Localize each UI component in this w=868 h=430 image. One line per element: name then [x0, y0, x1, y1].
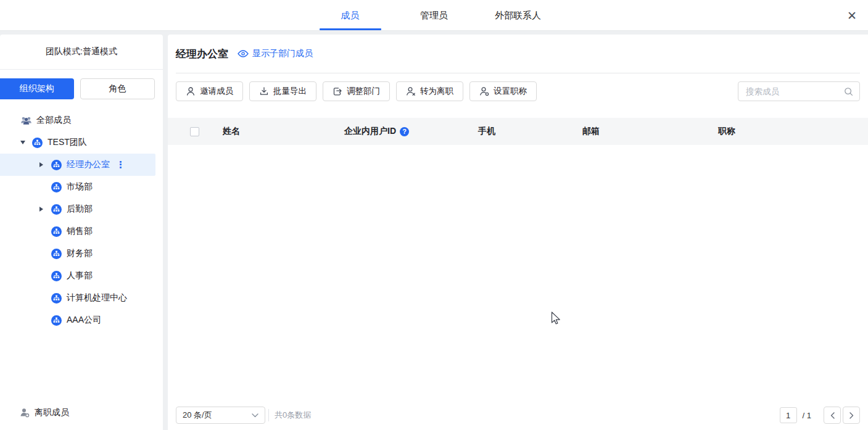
- resigned-members-label: 离职成员: [35, 407, 69, 418]
- show-subdept-link[interactable]: 显示子部门成员: [238, 48, 313, 59]
- button-label: 转为离职: [420, 86, 453, 97]
- tree-item-team-root[interactable]: TEST团队: [0, 131, 163, 154]
- tree-item-dept-4[interactable]: 财务部: [0, 242, 163, 265]
- tree-item-dept-1[interactable]: 市场部: [0, 176, 163, 198]
- person-add-icon: [186, 86, 196, 96]
- department-icon: [51, 293, 62, 304]
- resigned-person-icon: [20, 408, 30, 418]
- chevron-left-icon: [830, 412, 835, 419]
- team-mode-label: 团队模式:普通模式: [0, 35, 163, 70]
- tree-item-label: 销售部: [67, 226, 93, 237]
- invite-member-button[interactable]: 邀请成员: [176, 81, 243, 101]
- tree-item-dept-5[interactable]: 人事部: [0, 265, 163, 287]
- tree-item-label: 市场部: [67, 181, 93, 192]
- person-remove-icon: [406, 86, 416, 96]
- department-icon: [51, 160, 62, 170]
- close-icon[interactable]: ✕: [845, 7, 859, 23]
- tree-item-dept-0[interactable]: 经理办公室 ⋮: [0, 154, 155, 176]
- person-settings-icon: [479, 86, 489, 96]
- department-icon: [51, 204, 62, 215]
- org-tree: 全部成员 TEST团队: [0, 108, 163, 398]
- column-user-id: 企业内用户ID ?: [344, 126, 478, 137]
- column-user-id-label: 企业内用户ID: [344, 126, 396, 137]
- tree-item-all-members[interactable]: 全部成员: [0, 109, 163, 131]
- select-all-checkbox[interactable]: [190, 127, 199, 136]
- page-number-input[interactable]: [780, 407, 797, 423]
- more-menu-icon[interactable]: ⋮: [116, 159, 125, 170]
- tree-item-dept-2[interactable]: 后勤部: [0, 198, 163, 220]
- panel-header: 经理办公室 显示子部门成员: [168, 35, 868, 73]
- caret-right-icon[interactable]: [39, 207, 43, 212]
- total-count-label: 共0条数据: [275, 410, 311, 421]
- tab-admins[interactable]: 管理员: [403, 0, 465, 30]
- footer-divider: [268, 409, 269, 421]
- tree-item-dept-3[interactable]: 销售部: [0, 220, 163, 242]
- department-icon: [51, 315, 62, 326]
- page-title: 经理办公室: [176, 47, 228, 61]
- chevron-down-icon: [252, 413, 258, 418]
- tree-item-label: 财务部: [67, 248, 93, 259]
- chevron-right-icon: [849, 412, 854, 419]
- column-email: 邮箱: [582, 126, 718, 137]
- set-resigned-button[interactable]: 转为离职: [396, 81, 463, 101]
- caret-right-icon[interactable]: [39, 162, 43, 167]
- set-title-button[interactable]: 设置职称: [469, 81, 537, 101]
- tree-item-dept-7[interactable]: AAA公司: [0, 309, 163, 331]
- page-size-select[interactable]: 20 条/页: [176, 407, 265, 424]
- next-page-button[interactable]: [843, 407, 860, 424]
- tab-members[interactable]: 成员: [320, 0, 381, 30]
- button-label: 批量导出: [273, 86, 307, 97]
- org-structure-button[interactable]: 组织架构: [0, 78, 74, 99]
- department-icon: [51, 249, 62, 259]
- org-sidebar: 团队模式:普通模式 组织架构 角色 全部成员: [0, 35, 163, 430]
- help-icon[interactable]: ?: [400, 127, 409, 136]
- page-total-label: / 1: [803, 411, 811, 420]
- button-label: 设置职称: [494, 86, 527, 97]
- move-out-icon: [333, 86, 342, 96]
- member-toolbar: 邀请成员 批量导出 调整部门 转为离职: [168, 73, 868, 109]
- download-icon: [259, 86, 269, 96]
- caret-down-icon[interactable]: [20, 141, 25, 144]
- role-button[interactable]: 角色: [80, 78, 155, 99]
- button-label: 调整部门: [347, 86, 380, 97]
- column-name: 姓名: [223, 126, 344, 137]
- department-icon: [51, 271, 62, 281]
- column-phone: 手机: [478, 126, 582, 137]
- department-icon: [32, 138, 43, 148]
- tab-external-contacts[interactable]: 外部联系人: [487, 0, 549, 30]
- page-size-value: 20 条/页: [183, 410, 212, 421]
- pager: / 1: [780, 407, 860, 424]
- adjust-department-button[interactable]: 调整部门: [323, 81, 390, 101]
- search-input[interactable]: [738, 87, 859, 96]
- tree-item-label: 后勤部: [67, 204, 93, 215]
- member-panel: 经理办公室 显示子部门成员 邀请成员 批量导出: [168, 35, 868, 430]
- button-label: 邀请成员: [200, 86, 233, 97]
- search-icon: [844, 87, 853, 96]
- batch-export-button[interactable]: 批量导出: [249, 81, 316, 101]
- department-icon: [51, 226, 62, 237]
- sidebar-toggle: 组织架构 角色: [0, 70, 163, 108]
- tree-item-dept-6[interactable]: 计算机处理中心: [0, 287, 163, 309]
- tree-item-label: AAA公司: [67, 315, 101, 326]
- resigned-members-item[interactable]: 离职成员: [0, 398, 163, 428]
- department-icon: [51, 182, 62, 192]
- column-title: 职称: [718, 126, 868, 137]
- member-search: [738, 81, 860, 101]
- member-table-body: [168, 145, 868, 389]
- tree-item-label: TEST团队: [48, 137, 87, 148]
- prev-page-button[interactable]: [824, 407, 841, 424]
- member-table-header: 姓名 企业内用户ID ? 手机 邮箱 职称: [168, 118, 868, 145]
- dialog-header: 成员 管理员 外部联系人 ✕: [0, 0, 868, 31]
- people-group-icon: [20, 116, 32, 125]
- eye-icon: [238, 50, 249, 57]
- tree-item-label: 经理办公室: [67, 159, 110, 170]
- tree-item-label: 全部成员: [36, 115, 71, 126]
- show-subdept-label: 显示子部门成员: [252, 48, 313, 59]
- tree-item-label: 人事部: [67, 270, 93, 281]
- tree-item-label: 计算机处理中心: [67, 292, 127, 304]
- pagination-bar: 20 条/页 共0条数据 / 1: [168, 400, 868, 430]
